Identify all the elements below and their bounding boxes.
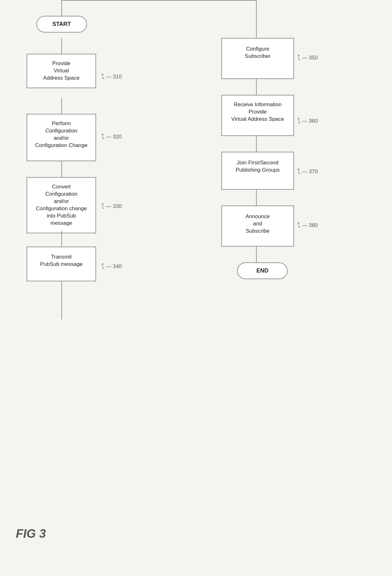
ref-380: ⤴ — 380 bbox=[297, 221, 318, 230]
connector-5 bbox=[61, 281, 62, 319]
box-380: AnnounceandSubscribe bbox=[221, 205, 294, 247]
ref-310-number: — 310 bbox=[106, 74, 122, 80]
ref-340-number: — 340 bbox=[106, 263, 122, 270]
ref-370: ⤴ — 370 bbox=[297, 168, 318, 176]
ref-320: ⤴ — 320 bbox=[101, 133, 122, 141]
connector-1 bbox=[61, 38, 62, 54]
ref-350-number: — 350 bbox=[302, 55, 318, 61]
connector-2 bbox=[61, 98, 62, 114]
start-label: START bbox=[52, 21, 71, 27]
ref-330: ⤴ — 330 bbox=[101, 202, 122, 211]
ref-320-number: — 320 bbox=[106, 134, 122, 140]
curly-370: ⤴ bbox=[297, 168, 301, 176]
box-340-text: TransmitPubSub message bbox=[40, 254, 83, 267]
right-connector-4 bbox=[256, 247, 257, 262]
end-oval: END bbox=[237, 262, 288, 279]
ref-360-number: — 360 bbox=[302, 118, 318, 124]
curly-340: ⤴ bbox=[101, 262, 105, 271]
box-360-text: Receive InformationProvideVirtual Addres… bbox=[231, 101, 284, 122]
box-330-text: ConvertConfigurationand/orConfiguration … bbox=[36, 184, 87, 226]
diagram-container: START ProvideVirtualAddress Space ⤴ — 31… bbox=[0, 0, 392, 553]
curly-380: ⤴ bbox=[297, 221, 301, 230]
curly-350: ⤴ bbox=[297, 54, 301, 62]
start-oval: START bbox=[36, 16, 87, 33]
figure-label: FIG 3 bbox=[16, 527, 46, 541]
curly-320: ⤴ bbox=[101, 133, 105, 141]
top-vline-right bbox=[256, 0, 257, 17]
right-connector-0 bbox=[256, 16, 257, 38]
box-330: ConvertConfigurationand/orConfiguration … bbox=[27, 177, 96, 233]
box-320: PerformConfigurationand/orConfiguration … bbox=[27, 114, 96, 161]
box-350: ConfigureSubscriber bbox=[221, 38, 294, 79]
connector-4 bbox=[61, 231, 62, 247]
ref-360: ⤴ — 360 bbox=[297, 117, 318, 125]
connector-3 bbox=[61, 161, 62, 177]
ref-380-number: — 380 bbox=[302, 222, 318, 229]
box-320-text: PerformConfigurationand/orConfiguration … bbox=[35, 120, 87, 148]
box-380-text: AnnounceandSubscribe bbox=[246, 213, 270, 234]
right-connector-2 bbox=[256, 136, 257, 152]
box-310: ProvideVirtualAddress Space bbox=[27, 54, 96, 88]
ref-370-number: — 370 bbox=[302, 169, 318, 175]
right-connector-1 bbox=[256, 79, 257, 95]
ref-350: ⤴ — 350 bbox=[297, 54, 318, 62]
box-350-text: ConfigureSubscriber bbox=[245, 46, 270, 59]
box-340: TransmitPubSub message bbox=[27, 247, 96, 281]
ref-310: ⤴ — 310 bbox=[101, 73, 122, 81]
curly-310: ⤴ bbox=[101, 73, 105, 81]
end-label: END bbox=[256, 267, 268, 274]
box-370-text: Join First/SecondPublishing Groups bbox=[236, 160, 280, 173]
curly-360: ⤴ bbox=[297, 117, 301, 125]
ref-340: ⤴ — 340 bbox=[101, 262, 122, 271]
top-vline-left bbox=[61, 0, 62, 17]
box-360: Receive InformationProvideVirtual Addres… bbox=[221, 95, 294, 136]
top-horizontal-connector bbox=[61, 0, 257, 1]
right-connector-3 bbox=[256, 190, 257, 205]
box-370: Join First/SecondPublishing Groups bbox=[221, 152, 294, 190]
ref-330-number: — 330 bbox=[106, 203, 122, 210]
box-310-text: ProvideVirtualAddress Space bbox=[43, 60, 79, 81]
curly-330: ⤴ bbox=[101, 202, 105, 211]
